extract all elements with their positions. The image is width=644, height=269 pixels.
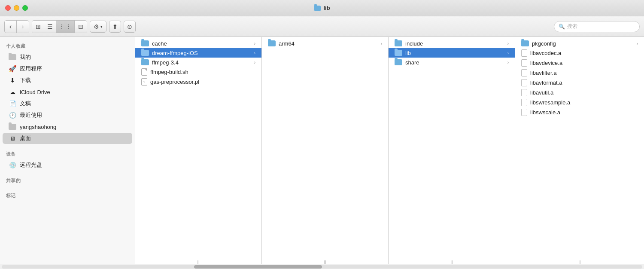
chevron-icon: › — [254, 41, 255, 46]
file-label-cache: cache — [152, 40, 167, 47]
file-item-dream-ffmpeg[interactable]: dream-ffmpeg-iOS › — [135, 48, 261, 58]
scrollbar-track[interactable] — [2, 265, 642, 269]
recent-icon: 🕐 — [9, 111, 16, 119]
grid-view-button[interactable]: ⊞ — [32, 21, 44, 33]
file-label-libavformat: libavformat.a — [530, 79, 562, 86]
arrange-button[interactable]: ⚙ ▾ — [90, 21, 106, 33]
back-icon: ‹ — [9, 23, 12, 31]
maximize-button[interactable] — [22, 5, 28, 11]
sidebar-item-icloud[interactable]: ☁ iCloud Drive — [3, 86, 132, 98]
bottom-scrollbar[interactable] — [0, 264, 644, 269]
column-resize-handle-1[interactable]: || — [194, 260, 203, 264]
sidebar-section-shared: 共享的 — [0, 175, 135, 186]
file-item-arm64[interactable]: arm64 › — [262, 39, 388, 48]
sidebar-label-docs: 文稿 — [20, 100, 31, 107]
file-item-libavformat[interactable]: libavformat.a — [515, 78, 644, 88]
column-resize-handle-3[interactable]: || — [447, 260, 456, 264]
sidebar-item-apps[interactable]: 🚀 应用程序 — [3, 63, 132, 74]
gallery-view-button[interactable]: ⊟ — [75, 21, 87, 33]
file-item-share[interactable]: share › — [389, 58, 515, 67]
file-browser: cache › dream-ffmpeg-iOS › ffmpeg-3.4 › … — [135, 37, 644, 264]
dvd-icon: 💿 — [9, 161, 16, 169]
list-icon: ☰ — [47, 23, 53, 30]
scrollbar-thumb[interactable] — [194, 265, 322, 269]
sidebar-label-user: yangshaohong — [20, 124, 56, 130]
arrange-chevron-icon: ▾ — [100, 24, 103, 29]
file-label-pkgconfig: pkgconfig — [532, 40, 556, 47]
sidebar-item-recent[interactable]: 🕐 最近使用 — [3, 110, 132, 121]
file-label-gas: gas-preprocessor.pl — [150, 79, 199, 85]
action-button[interactable]: ⊙ — [124, 21, 136, 33]
file-item-lib[interactable]: lib › — [389, 48, 515, 58]
downloads-icon: ⬇ — [9, 76, 16, 84]
file-label-dream-ffmpeg: dream-ffmpeg-iOS — [152, 50, 198, 56]
sidebar-label-dvd: 远程光盘 — [20, 161, 42, 169]
file-item-libavdevice[interactable]: libavdevice.a — [515, 58, 644, 68]
sidebar-section-devices: 设备 — [0, 148, 135, 159]
sidebar-item-dvd[interactable]: 💿 远程光盘 — [3, 159, 132, 171]
file-label-include: include — [405, 40, 423, 47]
sidebar-item-docs[interactable]: 📄 文稿 — [3, 98, 132, 109]
file-item-include[interactable]: include › — [389, 39, 515, 48]
column-2: arm64 › || — [262, 37, 389, 264]
sidebar-item-user[interactable]: yangshaohong — [3, 121, 132, 132]
folder-icon — [141, 50, 149, 56]
column-view-button[interactable]: ⋮⋮ — [56, 21, 75, 33]
icloud-icon: ☁ — [9, 88, 16, 96]
share-button[interactable]: ⬆ — [109, 21, 121, 33]
apps-icon: 🚀 — [9, 65, 16, 73]
column-resize-handle-4[interactable]: || — [575, 260, 584, 264]
close-button[interactable] — [5, 5, 11, 11]
search-placeholder: 搜索 — [567, 23, 577, 30]
file-item-libavutil[interactable]: libavutil.a — [515, 88, 644, 98]
user-folder-icon — [9, 123, 16, 131]
sidebar-item-downloads[interactable]: ⬇ 下载 — [3, 75, 132, 86]
doc-icon — [141, 68, 147, 76]
lib-icon — [521, 99, 527, 106]
file-label-libswresample: libswresample.a — [530, 99, 570, 106]
window-title: lib — [323, 5, 330, 11]
file-item-libswresample[interactable]: libswresample.a — [515, 98, 644, 107]
toolbar: ‹ › ⊞ ☰ ⋮⋮ ⊟ ⚙ ▾ ⬆ ⊙ 🔍 搜索 — [0, 16, 644, 37]
file-item-gas[interactable]: ? gas-preprocessor.pl — [135, 77, 261, 87]
file-item-pkgconfig[interactable]: pkgconfig › — [515, 39, 644, 48]
sidebar-item-desktop[interactable]: 🖥 桌面 — [3, 133, 132, 144]
chevron-icon: › — [507, 60, 509, 65]
back-button[interactable]: ‹ — [5, 21, 17, 33]
titlebar: lib — [0, 0, 644, 16]
sidebar: 个人收藏 我的 🚀 应用程序 ⬇ 下载 ☁ iCloud Drive 📄 文稿 … — [0, 37, 135, 264]
search-icon: 🔍 — [559, 24, 565, 30]
file-item-libavfilter[interactable]: libavfilter.a — [515, 68, 644, 78]
sidebar-label-icloud: iCloud Drive — [20, 89, 50, 95]
minimize-button[interactable] — [14, 5, 19, 11]
sidebar-section-tags: 标记 — [0, 190, 135, 201]
folder-icon — [141, 59, 149, 65]
file-item-ffmpeg-sh[interactable]: ffmpeg-build.sh — [135, 67, 261, 77]
file-item-cache[interactable]: cache › — [135, 39, 261, 48]
file-label-libavfilter: libavfilter.a — [530, 70, 556, 76]
action-icon: ⊙ — [127, 23, 132, 30]
search-box[interactable]: 🔍 搜索 — [554, 21, 640, 32]
file-item-ffmpeg-3[interactable]: ffmpeg-3.4 › — [135, 58, 261, 67]
sidebar-section-favorites: 个人收藏 — [0, 40, 135, 51]
sidebar-label-desktop: 桌面 — [20, 134, 31, 142]
lib-icon — [521, 69, 527, 76]
file-item-libswscale[interactable]: libswscale.a — [515, 107, 644, 117]
column-icon: ⋮⋮ — [59, 23, 72, 30]
folder-icon — [141, 40, 149, 46]
column-resize-handle-2[interactable]: || — [321, 260, 329, 264]
gear-icon: ⚙ — [94, 23, 99, 30]
desktop-icon: 🖥 — [9, 134, 16, 142]
folder-icon — [268, 40, 276, 46]
list-view-button[interactable]: ☰ — [44, 21, 56, 33]
forward-button[interactable]: › — [17, 21, 29, 33]
file-item-libavcodec[interactable]: libavcodec.a — [515, 48, 644, 58]
sidebar-item-wode[interactable]: 我的 — [3, 52, 132, 63]
file-label-libswscale: libswscale.a — [530, 109, 560, 116]
file-label-libavcodec: libavcodec.a — [530, 50, 561, 56]
docs-icon: 📄 — [9, 100, 16, 107]
traffic-lights — [5, 5, 28, 11]
view-buttons: ⊞ ☰ ⋮⋮ ⊟ — [32, 20, 87, 33]
column-3: include › lib › share › || — [389, 37, 515, 264]
script-icon: ? — [141, 78, 147, 86]
